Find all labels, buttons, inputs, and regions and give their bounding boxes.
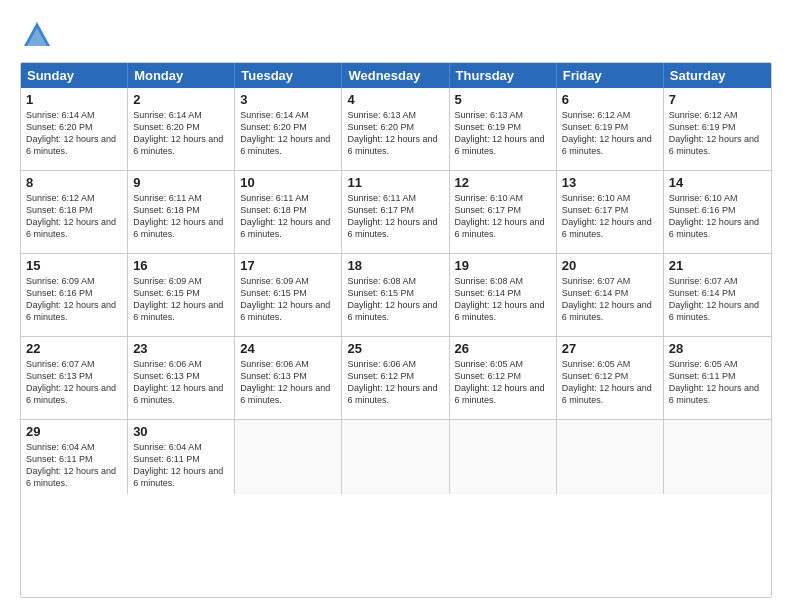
day-number: 24 <box>240 341 336 356</box>
day-number: 8 <box>26 175 122 190</box>
calendar: Sunday Monday Tuesday Wednesday Thursday… <box>20 62 772 598</box>
calendar-cell-8: 8 Sunrise: 6:12 AM Sunset: 6:18 PM Dayli… <box>21 171 128 253</box>
calendar-cell-13: 13 Sunrise: 6:10 AM Sunset: 6:17 PM Dayl… <box>557 171 664 253</box>
cell-info: Sunrise: 6:05 AM Sunset: 6:12 PM Dayligh… <box>562 358 658 407</box>
cell-info: Sunrise: 6:13 AM Sunset: 6:19 PM Dayligh… <box>455 109 551 158</box>
cell-info: Sunrise: 6:06 AM Sunset: 6:13 PM Dayligh… <box>240 358 336 407</box>
calendar-cell-5: 5 Sunrise: 6:13 AM Sunset: 6:19 PM Dayli… <box>450 88 557 170</box>
cell-info: Sunrise: 6:05 AM Sunset: 6:12 PM Dayligh… <box>455 358 551 407</box>
cell-info: Sunrise: 6:09 AM Sunset: 6:15 PM Dayligh… <box>133 275 229 324</box>
calendar-cell-28: 28 Sunrise: 6:05 AM Sunset: 6:11 PM Dayl… <box>664 337 771 419</box>
cell-info: Sunrise: 6:09 AM Sunset: 6:16 PM Dayligh… <box>26 275 122 324</box>
cell-info: Sunrise: 6:05 AM Sunset: 6:11 PM Dayligh… <box>669 358 766 407</box>
cell-info: Sunrise: 6:04 AM Sunset: 6:11 PM Dayligh… <box>133 441 229 490</box>
cell-info: Sunrise: 6:14 AM Sunset: 6:20 PM Dayligh… <box>133 109 229 158</box>
day-number: 14 <box>669 175 766 190</box>
calendar-cell-26: 26 Sunrise: 6:05 AM Sunset: 6:12 PM Dayl… <box>450 337 557 419</box>
cell-info: Sunrise: 6:06 AM Sunset: 6:13 PM Dayligh… <box>133 358 229 407</box>
calendar-week-5: 29 Sunrise: 6:04 AM Sunset: 6:11 PM Dayl… <box>21 420 771 494</box>
calendar-cell-24: 24 Sunrise: 6:06 AM Sunset: 6:13 PM Dayl… <box>235 337 342 419</box>
calendar-cell-empty-6 <box>664 420 771 494</box>
calendar-week-3: 15 Sunrise: 6:09 AM Sunset: 6:16 PM Dayl… <box>21 254 771 337</box>
day-number: 16 <box>133 258 229 273</box>
calendar-cell-9: 9 Sunrise: 6:11 AM Sunset: 6:18 PM Dayli… <box>128 171 235 253</box>
calendar-cell-2: 2 Sunrise: 6:14 AM Sunset: 6:20 PM Dayli… <box>128 88 235 170</box>
calendar-cell-21: 21 Sunrise: 6:07 AM Sunset: 6:14 PM Dayl… <box>664 254 771 336</box>
day-number: 4 <box>347 92 443 107</box>
cell-info: Sunrise: 6:12 AM Sunset: 6:18 PM Dayligh… <box>26 192 122 241</box>
cell-info: Sunrise: 6:08 AM Sunset: 6:14 PM Dayligh… <box>455 275 551 324</box>
logo <box>20 18 58 52</box>
day-number: 5 <box>455 92 551 107</box>
calendar-cell-16: 16 Sunrise: 6:09 AM Sunset: 6:15 PM Dayl… <box>128 254 235 336</box>
day-number: 12 <box>455 175 551 190</box>
calendar-cell-30: 30 Sunrise: 6:04 AM Sunset: 6:11 PM Dayl… <box>128 420 235 494</box>
page: Sunday Monday Tuesday Wednesday Thursday… <box>0 0 792 612</box>
header-friday: Friday <box>557 63 664 88</box>
header-wednesday: Wednesday <box>342 63 449 88</box>
cell-info: Sunrise: 6:07 AM Sunset: 6:13 PM Dayligh… <box>26 358 122 407</box>
cell-info: Sunrise: 6:11 AM Sunset: 6:18 PM Dayligh… <box>133 192 229 241</box>
cell-info: Sunrise: 6:10 AM Sunset: 6:17 PM Dayligh… <box>562 192 658 241</box>
calendar-cell-empty-2 <box>235 420 342 494</box>
day-number: 29 <box>26 424 122 439</box>
day-number: 1 <box>26 92 122 107</box>
day-number: 30 <box>133 424 229 439</box>
cell-info: Sunrise: 6:09 AM Sunset: 6:15 PM Dayligh… <box>240 275 336 324</box>
calendar-cell-10: 10 Sunrise: 6:11 AM Sunset: 6:18 PM Dayl… <box>235 171 342 253</box>
cell-info: Sunrise: 6:10 AM Sunset: 6:16 PM Dayligh… <box>669 192 766 241</box>
calendar-cell-7: 7 Sunrise: 6:12 AM Sunset: 6:19 PM Dayli… <box>664 88 771 170</box>
header-monday: Monday <box>128 63 235 88</box>
calendar-cell-20: 20 Sunrise: 6:07 AM Sunset: 6:14 PM Dayl… <box>557 254 664 336</box>
day-number: 27 <box>562 341 658 356</box>
day-number: 23 <box>133 341 229 356</box>
calendar-cell-22: 22 Sunrise: 6:07 AM Sunset: 6:13 PM Dayl… <box>21 337 128 419</box>
day-number: 25 <box>347 341 443 356</box>
day-number: 17 <box>240 258 336 273</box>
day-number: 26 <box>455 341 551 356</box>
calendar-cell-1: 1 Sunrise: 6:14 AM Sunset: 6:20 PM Dayli… <box>21 88 128 170</box>
day-number: 13 <box>562 175 658 190</box>
calendar-cell-14: 14 Sunrise: 6:10 AM Sunset: 6:16 PM Dayl… <box>664 171 771 253</box>
calendar-cell-19: 19 Sunrise: 6:08 AM Sunset: 6:14 PM Dayl… <box>450 254 557 336</box>
cell-info: Sunrise: 6:11 AM Sunset: 6:17 PM Dayligh… <box>347 192 443 241</box>
calendar-cell-18: 18 Sunrise: 6:08 AM Sunset: 6:15 PM Dayl… <box>342 254 449 336</box>
calendar-cell-15: 15 Sunrise: 6:09 AM Sunset: 6:16 PM Dayl… <box>21 254 128 336</box>
cell-info: Sunrise: 6:14 AM Sunset: 6:20 PM Dayligh… <box>240 109 336 158</box>
day-number: 10 <box>240 175 336 190</box>
day-number: 3 <box>240 92 336 107</box>
calendar-cell-29: 29 Sunrise: 6:04 AM Sunset: 6:11 PM Dayl… <box>21 420 128 494</box>
calendar-week-2: 8 Sunrise: 6:12 AM Sunset: 6:18 PM Dayli… <box>21 171 771 254</box>
calendar-cell-12: 12 Sunrise: 6:10 AM Sunset: 6:17 PM Dayl… <box>450 171 557 253</box>
calendar-header: Sunday Monday Tuesday Wednesday Thursday… <box>21 63 771 88</box>
day-number: 20 <box>562 258 658 273</box>
cell-info: Sunrise: 6:07 AM Sunset: 6:14 PM Dayligh… <box>669 275 766 324</box>
calendar-cell-11: 11 Sunrise: 6:11 AM Sunset: 6:17 PM Dayl… <box>342 171 449 253</box>
cell-info: Sunrise: 6:12 AM Sunset: 6:19 PM Dayligh… <box>562 109 658 158</box>
day-number: 22 <box>26 341 122 356</box>
calendar-cell-4: 4 Sunrise: 6:13 AM Sunset: 6:20 PM Dayli… <box>342 88 449 170</box>
calendar-cell-17: 17 Sunrise: 6:09 AM Sunset: 6:15 PM Dayl… <box>235 254 342 336</box>
header-sunday: Sunday <box>21 63 128 88</box>
cell-info: Sunrise: 6:11 AM Sunset: 6:18 PM Dayligh… <box>240 192 336 241</box>
cell-info: Sunrise: 6:13 AM Sunset: 6:20 PM Dayligh… <box>347 109 443 158</box>
calendar-cell-25: 25 Sunrise: 6:06 AM Sunset: 6:12 PM Dayl… <box>342 337 449 419</box>
calendar-body: 1 Sunrise: 6:14 AM Sunset: 6:20 PM Dayli… <box>21 88 771 494</box>
calendar-cell-empty-4 <box>450 420 557 494</box>
day-number: 11 <box>347 175 443 190</box>
header-saturday: Saturday <box>664 63 771 88</box>
header-thursday: Thursday <box>450 63 557 88</box>
cell-info: Sunrise: 6:06 AM Sunset: 6:12 PM Dayligh… <box>347 358 443 407</box>
day-number: 28 <box>669 341 766 356</box>
day-number: 9 <box>133 175 229 190</box>
header-tuesday: Tuesday <box>235 63 342 88</box>
cell-info: Sunrise: 6:10 AM Sunset: 6:17 PM Dayligh… <box>455 192 551 241</box>
cell-info: Sunrise: 6:04 AM Sunset: 6:11 PM Dayligh… <box>26 441 122 490</box>
day-number: 19 <box>455 258 551 273</box>
calendar-cell-6: 6 Sunrise: 6:12 AM Sunset: 6:19 PM Dayli… <box>557 88 664 170</box>
day-number: 21 <box>669 258 766 273</box>
calendar-cell-3: 3 Sunrise: 6:14 AM Sunset: 6:20 PM Dayli… <box>235 88 342 170</box>
cell-info: Sunrise: 6:07 AM Sunset: 6:14 PM Dayligh… <box>562 275 658 324</box>
day-number: 18 <box>347 258 443 273</box>
calendar-cell-27: 27 Sunrise: 6:05 AM Sunset: 6:12 PM Dayl… <box>557 337 664 419</box>
